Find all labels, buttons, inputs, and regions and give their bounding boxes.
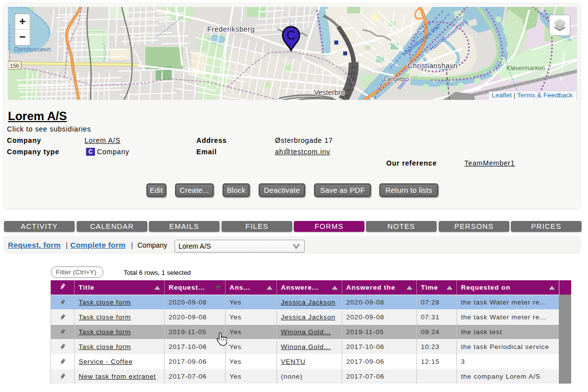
svg-text:Christianshavn: Christianshavn xyxy=(407,62,458,70)
svg-text:Vesterbro: Vesterbro xyxy=(314,88,345,96)
svg-text:Frederiksberg: Frederiksberg xyxy=(207,25,255,33)
svg-text:156: 156 xyxy=(10,63,19,69)
svg-text:Damhussøen: Damhussøen xyxy=(14,46,50,53)
svg-text:C: C xyxy=(286,28,295,42)
svg-text:Kløvermarken: Kløvermarken xyxy=(506,65,545,72)
